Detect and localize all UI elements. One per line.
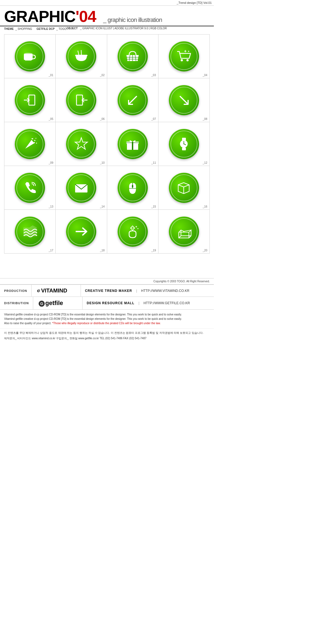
icon-cell-05: _05: [4, 78, 56, 122]
login-arrow-icon: [15, 85, 45, 115]
svg-rect-28: [36, 143, 37, 144]
svg-rect-19: [76, 95, 83, 105]
icon-number-09: _09: [49, 161, 53, 164]
icon-number-01: _01: [49, 74, 53, 77]
svg-point-1: [24, 53, 33, 55]
icon-cell-07: _07: [107, 78, 158, 122]
gift-box-icon: [118, 129, 148, 159]
svg-rect-27: [31, 138, 32, 139]
distribution-bar: DISTRIBUTION Ggetfile DESIGN RESOURCE MA…: [0, 297, 214, 309]
svg-point-36: [180, 140, 188, 148]
footer-warning: *Those who illegally reproduce or distri…: [52, 322, 161, 325]
icon-number-13: _13: [49, 205, 53, 208]
icon-cell-19: _19: [107, 210, 158, 254]
mouse-icon: [118, 173, 148, 203]
svg-rect-35: [182, 148, 186, 150]
icon-cell-11: _11: [107, 122, 158, 166]
footer-text-2: Vitamind getfile creative d-cp project C…: [4, 317, 210, 326]
title-part2: '04: [75, 7, 96, 25]
production-label: PRODUCTION: [0, 285, 32, 297]
korean-footer: 이 컨텐츠를 무단 복제하거나 상업적 용도로 재판매 하는 등의 행위는 하실…: [0, 328, 214, 343]
icon-number-02: _02: [100, 74, 105, 77]
svg-rect-3: [75, 55, 87, 56]
icon-number-18: _18: [100, 249, 105, 252]
vitamind-brand: σ VITAMIND: [32, 285, 81, 297]
getfile-value: _ TOGO: [56, 27, 66, 30]
watch-icon: [169, 129, 199, 159]
svg-rect-2: [25, 60, 32, 61]
svg-line-54: [179, 236, 181, 238]
svg-line-4: [78, 51, 79, 56]
theme-label: THEME: [4, 27, 14, 30]
svg-rect-30: [127, 143, 138, 150]
icon-cell-06: _06: [56, 78, 107, 122]
production-info: CREATIVE TREND MAKER | HTTP://WWW.VITAMI…: [81, 285, 214, 297]
production-separator: |: [136, 289, 137, 293]
svg-line-8: [135, 55, 136, 61]
svg-line-21: [129, 96, 137, 104]
arrow-down-right-icon: [169, 85, 199, 115]
copyright-text: Copyrights © 2003 TOGO. All Right Reserv…: [154, 280, 210, 283]
icon-cell-08: _08: [158, 78, 210, 122]
envelope-icon: [66, 173, 96, 203]
icon-cell-20: _20: [158, 210, 210, 254]
object-label: OBJECT: [67, 27, 78, 30]
svg-line-22: [180, 96, 188, 104]
korean-text: 이 컨텐츠를 무단 복제하거나 상업적 용도로 재판매 하는 등의 행위는 하실…: [4, 331, 210, 335]
distribution-label: DISTRIBUTION: [0, 297, 33, 309]
arrow-right-icon: [66, 217, 96, 247]
icon-cell-14: _14: [56, 166, 107, 210]
svg-line-6: [129, 55, 130, 61]
icon-number-04: _04: [203, 74, 207, 77]
meta-info: THEME _ SHOPPING GETFILE DCP _ TOGO OBJE…: [0, 26, 214, 31]
icon-number-06: _06: [100, 117, 105, 120]
distribution-tagline: DESIGN RESOURCE MALL: [87, 301, 134, 305]
svg-line-38: [184, 144, 186, 145]
svg-line-5: [81, 50, 81, 55]
icon-number-10: _10: [100, 161, 105, 164]
icon-cell-09: _09: [4, 122, 56, 166]
svg-rect-0: [24, 54, 33, 60]
getfile-name: getfile: [45, 300, 63, 306]
korean-contact: 제작문의_ 비티마인드 www.vitamind.co.kr 구입문의_ 겟화일…: [4, 336, 210, 341]
phone-icon: [15, 173, 45, 203]
icon-cell-17: _17: [4, 210, 56, 254]
svg-point-24: [34, 140, 35, 141]
icon-number-05: _05: [49, 117, 53, 120]
production-tagline: CREATIVE TREND MAKER: [85, 289, 132, 293]
footer-text-1: Vitamind getfile creative d-cp project C…: [4, 312, 210, 317]
icon-number-07: _07: [151, 117, 156, 120]
svg-line-55: [189, 236, 191, 238]
svg-line-49: [133, 226, 135, 228]
icon-number-08: _08: [203, 117, 207, 120]
icon-cell-18: _18: [56, 210, 107, 254]
icon-number-12: _12: [203, 161, 207, 164]
icon-number-11: _11: [151, 161, 156, 164]
icon-number-16: _16: [203, 205, 207, 208]
title-part1: GRAPHIC: [4, 7, 75, 25]
footer-text: Vitamind getfile creative d-cp project C…: [0, 309, 214, 328]
svg-rect-26: [33, 142, 35, 143]
getfile-brand: Ggetfile: [33, 297, 83, 309]
icon-number-20: _20: [203, 249, 207, 252]
distribution-separator: |: [138, 301, 139, 305]
svg-rect-17: [29, 95, 35, 105]
icon-cell-03: _03: [107, 34, 158, 78]
icon-cell-12: _12: [158, 122, 210, 166]
star-icon: [66, 129, 96, 159]
icon-grid: _01 _02: [4, 34, 210, 254]
top-bar: _Trend design [TD] Vol.01: [0, 0, 214, 6]
vitamind-symbol: σ: [37, 288, 40, 293]
svg-rect-40: [75, 184, 87, 192]
shopping-cart-icon: [169, 41, 199, 71]
header-section: GRAPHIC'04 _ graphic icon illustration: [0, 6, 214, 26]
svg-line-48: [131, 226, 133, 228]
theme-value: _ SHOPPING: [15, 27, 32, 30]
svg-rect-34: [182, 138, 186, 140]
logout-arrow-icon: [66, 85, 96, 115]
getfile-logo: Ggetfile: [39, 300, 63, 307]
svg-point-23: [32, 138, 33, 139]
svg-rect-42: [132, 185, 133, 188]
getfile-label: GETFILE DCP: [36, 27, 55, 30]
distribution-info: DESIGN RESOURCE MALL | HTTP://WWW.GETFIL…: [83, 297, 214, 309]
